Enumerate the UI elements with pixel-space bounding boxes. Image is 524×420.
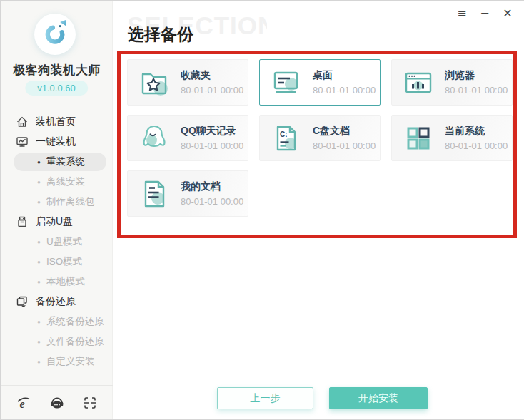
backup-card[interactable]: 浏览器 80-01-01 00:00 [391, 59, 513, 106]
sidebar-item-label: U盘模式 [46, 235, 82, 248]
bullet-dot: ● [37, 239, 41, 245]
sidebar-item[interactable]: ● 离线安装 [1, 172, 113, 192]
backup-date: 80-01-01 00:00 [445, 85, 508, 96]
backup-date: 80-01-01 00:00 [445, 140, 508, 151]
sidebar-item-label: ISO模式 [46, 255, 82, 268]
sidebar-menu: 装机首页 一键装机 ● 重装系统 ● 离线安装 ● 制作离线包 启动U盘 ● U… [1, 112, 113, 372]
sidebar-item[interactable]: 启动U盘 [1, 212, 113, 232]
desktop-icon [270, 66, 303, 99]
close-button[interactable]: ✕ [499, 5, 516, 22]
browser-icon [402, 66, 435, 99]
sidebar-item-label: 装机首页 [36, 116, 76, 128]
sidebar-item-label: 自定义安装 [46, 355, 95, 368]
monitor-icon [16, 135, 29, 148]
sidebar-item-label: 离线安装 [46, 175, 85, 188]
backup-date: 80-01-01 00:00 [181, 140, 243, 151]
backup-date: 80-01-01 00:00 [181, 85, 243, 96]
scan-icon[interactable] [83, 396, 97, 410]
version-badge: v1.0.0.60 [25, 81, 88, 96]
my-documents-icon [138, 178, 171, 210]
sidebar: 极客狗装机大师 v1.0.0.60 装机首页 一键装机 ● 重装系统 ● 离线安… [1, 1, 113, 419]
sidebar-item[interactable]: ● 制作离线包 [1, 192, 113, 212]
sidebar-item[interactable]: ● 重装系统 [1, 152, 113, 172]
menu-button[interactable]: ≡ [453, 5, 470, 22]
start-install-button[interactable]: 开始安装 [329, 387, 428, 409]
backup-date: 80-01-01 00:00 [313, 140, 376, 151]
backup-card[interactable]: 我的文档 80-01-01 00:00 [127, 170, 248, 217]
bullet-dot: ● [37, 259, 41, 265]
bullet-dot: ● [37, 279, 41, 285]
backup-card[interactable]: 桌面 80-01-01 00:00 [259, 59, 381, 106]
app-window: ≡−✕ 极客狗装机大师 v1.0.0.60 装机首页 一键装机 ● 重装系统 ●… [0, 0, 524, 420]
geek-dog-logo-icon [39, 17, 71, 51]
bullet-dot: ● [37, 319, 41, 325]
app-title: 极客狗装机大师 [1, 62, 113, 78]
sidebar-item-label: 系统备份还原 [46, 315, 104, 328]
backup-title: QQ聊天记录 [181, 125, 243, 138]
backup-restore-icon [16, 295, 29, 308]
bullet-dot: ● [37, 199, 41, 205]
backup-date: 80-01-01 00:00 [181, 196, 243, 207]
backup-card[interactable]: C: C盘文档 80-01-01 00:00 [259, 115, 381, 161]
backup-card[interactable]: 当前系统 80-01-01 00:00 [391, 115, 513, 161]
sidebar-item[interactable]: ● 系统备份还原 [1, 312, 113, 332]
svg-text:C:: C: [280, 130, 288, 138]
backup-card[interactable]: QQ聊天记录 80-01-01 00:00 [127, 115, 248, 161]
sidebar-item-label: 启动U盘 [36, 215, 73, 228]
favorites-folder-icon [138, 66, 171, 99]
sidebar-item[interactable]: ● U盘模式 [1, 232, 113, 252]
sidebar-item-label: 一键装机 [36, 135, 76, 148]
backup-title: 浏览器 [445, 69, 508, 82]
window-controls: ≡−✕ [453, 5, 516, 22]
current-system-icon [402, 122, 435, 155]
sidebar-item[interactable]: ● 自定义安装 [1, 352, 113, 372]
bullet-dot: ● [37, 159, 41, 165]
backup-title: C盘文档 [313, 125, 376, 138]
usb-icon [16, 215, 29, 228]
minimize-button[interactable]: − [476, 5, 493, 22]
bullet-dot: ● [37, 359, 41, 365]
backup-title: 我的文档 [181, 180, 243, 193]
sidebar-item-label: 文件备份还原 [46, 335, 104, 348]
sidebar-item[interactable]: 备份还原 [1, 292, 113, 312]
sidebar-item-label: 重装系统 [46, 155, 85, 168]
sidebar-item-label: 备份还原 [36, 295, 76, 308]
previous-step-button[interactable]: 上一步 [217, 387, 313, 409]
sidebar-item[interactable]: ● 本地模式 [1, 272, 113, 292]
sidebar-item[interactable]: 一键装机 [1, 132, 113, 152]
headset-icon[interactable] [50, 396, 64, 410]
bullet-dot: ● [37, 179, 41, 185]
sidebar-item[interactable]: ● 文件备份还原 [1, 332, 113, 352]
backup-title: 收藏夹 [181, 69, 243, 82]
sidebar-item-label: 本地模式 [46, 275, 85, 288]
sidebar-item[interactable]: ● ISO模式 [1, 252, 113, 272]
sidebar-item-label: 制作离线包 [46, 195, 95, 208]
backup-date: 80-01-01 00:00 [313, 85, 376, 96]
sidebar-item[interactable]: 装机首页 [1, 112, 113, 132]
bullet-dot: ● [37, 339, 41, 345]
main-content: SELECTION 选择备份 收藏夹 80-01-01 00:00 桌面 80-… [113, 1, 524, 419]
backup-card[interactable]: 收藏夹 80-01-01 00:00 [127, 59, 248, 106]
backup-grid: 收藏夹 80-01-01 00:00 桌面 80-01-01 00:00 浏览器… [127, 59, 513, 217]
backup-title: 当前系统 [445, 125, 508, 138]
app-logo [34, 14, 76, 55]
home-icon [16, 116, 29, 128]
ie-browser-icon[interactable]: e [16, 396, 31, 410]
c-drive-doc-icon: C: [270, 122, 303, 155]
page-title: 选择备份 [128, 24, 193, 46]
qq-icon [138, 122, 171, 155]
sidebar-footer: e [1, 385, 113, 419]
backup-title: 桌面 [313, 69, 376, 82]
